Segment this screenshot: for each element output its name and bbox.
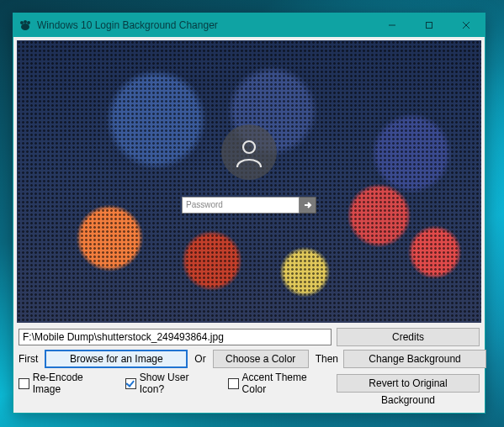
svg-point-1	[24, 20, 27, 24]
reencode-checkbox[interactable]: Re-Encode Image	[19, 372, 112, 395]
app-icon	[19, 18, 32, 32]
window-title: Windows 10 Login Background Changer	[37, 19, 218, 31]
checkbox-box-icon	[228, 378, 239, 389]
password-field-preview: Password	[182, 197, 316, 214]
titlebar[interactable]: Windows 10 Login Background Changer	[13, 13, 485, 37]
browse-image-button[interactable]: Browse for an Image	[45, 350, 188, 368]
svg-rect-5	[427, 23, 432, 29]
label-first: First	[19, 353, 38, 365]
login-preview: Password	[17, 40, 481, 323]
svg-point-3	[21, 24, 29, 30]
window-controls	[374, 13, 485, 37]
row-options: Re-Encode Image Show User Icon? Accent T…	[19, 372, 480, 395]
svg-point-8	[243, 141, 255, 153]
checkbox-box-icon	[125, 378, 136, 389]
svg-point-0	[20, 21, 24, 24]
minimize-button[interactable]	[374, 13, 411, 37]
maximize-button[interactable]	[411, 13, 448, 37]
desktop-background: Windows 10 Login Background Changer	[0, 0, 504, 427]
row-actions: First Browse for an Image Or Choose a Co…	[19, 350, 480, 368]
svg-point-2	[27, 21, 30, 24]
accent-theme-checkbox[interactable]: Accent Theme Color	[228, 372, 332, 395]
credits-button[interactable]: Credits	[337, 328, 480, 346]
label-or: Or	[194, 353, 205, 365]
accent-theme-label: Accent Theme Color	[242, 372, 332, 395]
user-avatar-icon	[221, 124, 277, 180]
reencode-label: Re-Encode Image	[33, 372, 112, 395]
change-background-button[interactable]: Change Background	[343, 350, 486, 368]
revert-background-button[interactable]: Revert to Original Background	[337, 374, 480, 393]
show-user-icon-label: Show User Icon?	[140, 372, 215, 395]
label-then: Then	[316, 353, 338, 365]
row-path: Credits	[19, 328, 480, 346]
password-input-preview: Password	[182, 197, 300, 214]
controls-panel: Credits First Browse for an Image Or Cho…	[13, 328, 485, 403]
window-content: Password Credits First Browse for an Ima…	[13, 37, 485, 413]
image-path-input[interactable]	[19, 329, 332, 345]
app-window: Windows 10 Login Background Changer	[13, 13, 485, 414]
checkbox-box-icon	[19, 378, 29, 389]
close-button[interactable]	[448, 13, 485, 37]
show-user-icon-checkbox[interactable]: Show User Icon?	[125, 372, 215, 395]
choose-color-button[interactable]: Choose a Color	[213, 350, 309, 368]
submit-arrow-icon	[300, 197, 316, 214]
